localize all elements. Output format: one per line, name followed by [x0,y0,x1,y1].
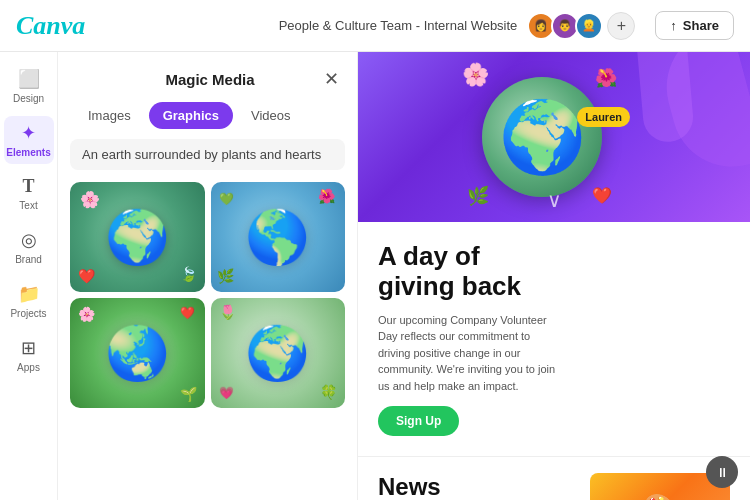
lauren-badge: Lauren [577,107,630,127]
share-icon: ↑ [670,18,677,33]
news-image-icon: 🎨 [643,492,678,500]
image-grid: 🌍 🌸 🍃 ❤️ 🌎 🌺 🌿 💚 🌏 🌸 [58,182,357,408]
leaf-4: 🍀 [320,384,337,400]
close-button[interactable]: ✕ [322,66,341,92]
heart-3: ❤️ [180,306,195,320]
sidebar-label-text: Text [19,200,37,211]
hero-chevron: ∨ [547,188,562,212]
globe-emoji-2: 🌎 [245,207,310,268]
content-description: Our upcoming Company Volunteer Day refle… [378,312,558,395]
sidebar-item-brand[interactable]: ◎ Brand [4,223,54,271]
sidebar-item-apps[interactable]: ⊞ Apps [4,331,54,379]
apps-icon: ⊞ [21,337,36,359]
flower-4: 🌷 [219,304,236,320]
share-button[interactable]: ↑ Share [655,11,734,40]
news-section: News Introducing our latest launch. We'r… [358,456,750,500]
pause-button[interactable]: ⏸ [706,456,738,488]
grid-item-3[interactable]: 🌏 🌸 🌱 ❤️ [70,298,205,408]
tab-graphics[interactable]: Graphics [149,102,233,129]
sidebar-label-projects: Projects [10,308,46,319]
heart-4: 💗 [219,386,234,400]
hero-shape-2 [635,52,695,144]
leaf-2: 🌿 [217,268,234,284]
sidebar-item-text[interactable]: T Text [4,170,54,217]
content-left: A day of giving back Our upcoming Compan… [378,242,730,436]
pause-icon: ⏸ [716,465,729,480]
heart-1: ❤️ [78,268,95,284]
content-heading: A day of giving back [378,242,730,302]
heart-2: 💚 [219,192,234,206]
sidebar-item-design[interactable]: ⬜ Design [4,62,54,110]
hero-globe-inner: 🌍 [482,77,602,197]
search-box: An earth surrounded by plants and hearts [70,139,345,170]
sidebar-label-design: Design [13,93,44,104]
avatar-3: 👱 [575,12,603,40]
panel-tabs: Images Graphics Videos [58,102,357,139]
avatar-group: 👩 👨 👱 + [527,12,635,40]
sidebar-label-apps: Apps [17,362,40,373]
grid-item-4[interactable]: 🌍 🌷 🍀 💗 [211,298,346,408]
news-title: News [378,473,570,500]
sidebar-item-projects[interactable]: 📁 Projects [4,277,54,325]
flower-1: 🌸 [80,190,100,209]
globe-emoji-1: 🌍 [105,207,170,268]
hero-leaf-1: 🌿 [467,185,489,207]
canvas-area: 🌍 🌸 🌺 🌿 ❤️ Lauren ∨ A day of giving back… [358,52,750,500]
main-layout: ⬜ Design ✦ Elements T Text ◎ Brand 📁 Pro… [0,52,750,500]
signup-button[interactable]: Sign Up [378,406,459,436]
tab-videos[interactable]: Videos [237,102,305,129]
projects-icon: 📁 [18,283,40,305]
globe-emoji-3: 🌏 [105,323,170,384]
magic-media-panel: Magic Media ✕ Images Graphics Videos An … [58,52,358,500]
grid-item-1[interactable]: 🌍 🌸 🍃 ❤️ [70,182,205,292]
flower-3: 🌸 [78,306,95,322]
topbar-center: People & Culture Team - Internal Website… [279,11,734,40]
content-section: A day of giving back Our upcoming Compan… [358,222,750,456]
add-collaborator-button[interactable]: + [607,12,635,40]
sidebar-item-elements[interactable]: ✦ Elements [4,116,54,164]
leaf-1: 🍃 [180,266,197,282]
plant-3: 🌱 [180,386,197,402]
hero-flower-1: 🌸 [462,62,489,88]
globe-emoji-4: 🌍 [245,323,310,384]
design-icon: ⬜ [18,68,40,90]
hero-globe: 🌍 🌸 🌺 🌿 ❤️ [482,77,602,197]
sidebar-icons: ⬜ Design ✦ Elements T Text ◎ Brand 📁 Pro… [0,52,58,500]
brand-icon: ◎ [21,229,37,251]
news-left: News Introducing our latest launch. We'r… [378,473,570,500]
sidebar-label-brand: Brand [15,254,42,265]
hero-heart-1: ❤️ [592,186,612,205]
hero-flower-2: 🌺 [595,67,617,89]
hero-section: 🌍 🌸 🌺 🌿 ❤️ Lauren ∨ [358,52,750,222]
flower-2: 🌺 [318,188,335,204]
grid-item-2[interactable]: 🌎 🌺 🌿 💚 [211,182,346,292]
text-icon: T [22,176,34,197]
topbar: Canva People & Culture Team - Internal W… [0,0,750,52]
panel-title: Magic Media [98,71,322,88]
panel-header: Magic Media ✕ [58,52,357,102]
sidebar-label-elements: Elements [6,147,50,158]
canva-logo: Canva [16,11,85,41]
tab-images[interactable]: Images [74,102,145,129]
project-title: People & Culture Team - Internal Website [279,18,518,33]
elements-icon: ✦ [21,122,36,144]
